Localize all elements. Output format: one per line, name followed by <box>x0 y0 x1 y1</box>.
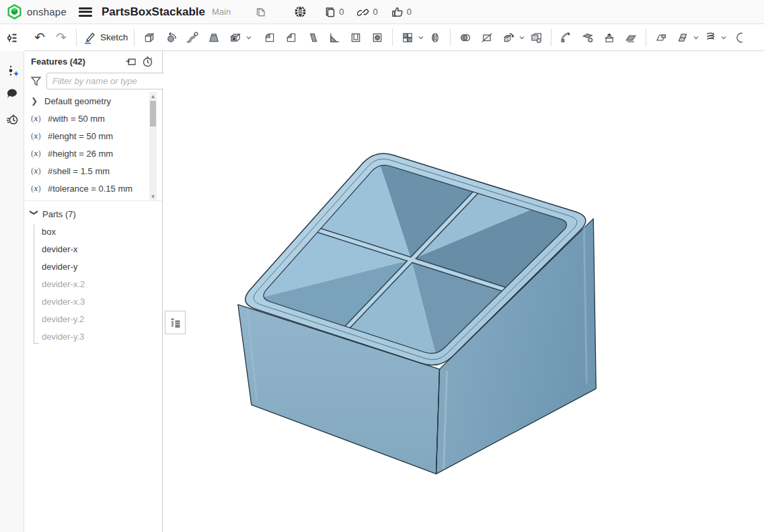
feature-item-variable-lenght[interactable]: (x) #lenght = 50 mm <box>24 127 162 145</box>
menu-icon[interactable] <box>79 7 92 17</box>
scroll-down-arrow[interactable]: ▼ <box>149 192 157 200</box>
feature-tree-scrollbar[interactable]: ▲ ▼ <box>149 92 157 200</box>
part-item-devider-y3[interactable]: devider-y.3 <box>24 328 162 345</box>
model-3d[interactable] <box>163 51 764 532</box>
move-face-icon[interactable] <box>558 28 575 48</box>
feature-item-variable-with[interactable]: (x) #with = 50 mm <box>24 110 162 127</box>
variable-icon: (x) <box>31 149 44 159</box>
feature-item-variable-shell[interactable]: (x) #shell = 1.5 mm <box>24 162 162 180</box>
transform-dropdown-chevron[interactable] <box>518 34 527 42</box>
chevron-right-icon[interactable]: ❯ <box>31 96 40 106</box>
feature-toolbar: ↶ ↷ Sketch <box>24 24 764 51</box>
left-rail <box>0 24 24 532</box>
replace-face-icon[interactable] <box>601 28 618 48</box>
draft-icon[interactable] <box>304 28 321 48</box>
rib-icon[interactable] <box>326 28 343 48</box>
new-folder-icon[interactable] <box>123 54 139 69</box>
linear-pattern-icon[interactable] <box>399 28 416 48</box>
share-globe-icon[interactable] <box>294 5 307 18</box>
feature-item-variable-tolerance[interactable]: (x) #tolerance = 0.15 mm <box>24 180 162 197</box>
likes-count: 0 <box>407 7 412 17</box>
pencil-icon <box>83 31 96 44</box>
shell-icon[interactable] <box>347 28 365 48</box>
onshape-brand[interactable]: onshape <box>7 4 67 20</box>
chevron-down-icon[interactable]: ❯ <box>30 209 39 219</box>
surface-dropdown-chevron[interactable] <box>692 34 701 42</box>
document-title: PartsBoxStackable <box>102 5 205 19</box>
copies-count: 0 <box>339 7 344 17</box>
part-item-devider-y2[interactable]: devider-y.2 <box>24 310 162 328</box>
part-item-box[interactable]: box <box>24 223 162 240</box>
part-item-devider-y[interactable]: devider-y <box>24 258 162 275</box>
onshape-logo-icon <box>7 4 22 20</box>
rollback-timer-icon[interactable] <box>139 54 155 69</box>
variable-icon: (x) <box>31 114 44 124</box>
loft-icon[interactable] <box>205 28 223 48</box>
revolve-icon[interactable] <box>162 28 180 48</box>
versions-icon[interactable] <box>0 59 24 82</box>
filter-icon[interactable] <box>30 75 42 87</box>
feature-list-toggle[interactable] <box>0 24 24 51</box>
undo-button[interactable]: ↶ <box>31 28 48 48</box>
copy-document-icon[interactable] <box>255 6 267 18</box>
variable-icon: (x) <box>31 131 44 141</box>
extrude-icon[interactable] <box>141 28 158 48</box>
top-bar: onshape PartsBoxStackable Main 0 <box>0 0 764 24</box>
sphere-icon[interactable] <box>729 28 747 48</box>
parts-header[interactable]: ❯ Parts (7) <box>24 205 162 223</box>
features-panel-title: Features (42) <box>31 56 123 67</box>
parts-section: ❯ Parts (7) box devider-x devider-y devi… <box>24 205 162 345</box>
variable-icon: (x) <box>31 184 44 194</box>
fillet-icon[interactable] <box>261 28 278 48</box>
part-item-devider-x2[interactable]: devider-x.2 <box>24 275 162 293</box>
sketch-button[interactable]: Sketch <box>83 28 128 48</box>
delete-part-icon[interactable] <box>527 28 545 48</box>
copies-icon[interactable] <box>324 6 336 18</box>
split-icon[interactable] <box>478 28 496 48</box>
helix-icon[interactable] <box>701 28 719 48</box>
comments-icon[interactable] <box>0 82 24 105</box>
delete-face-icon[interactable] <box>579 28 597 48</box>
boolean-icon[interactable] <box>457 28 474 48</box>
like-icon[interactable] <box>391 5 404 18</box>
features-panel: Features (42) ❯ Default geometry (x) #wi… <box>24 51 163 532</box>
tree-guide-line <box>34 224 34 344</box>
variable-icon: (x) <box>31 166 44 176</box>
transform-icon[interactable] <box>500 28 517 48</box>
links-count: 0 <box>373 7 377 17</box>
scroll-up-arrow[interactable]: ▲ <box>149 92 157 100</box>
feature-item-variable-height[interactable]: (x) #height = 26 mm <box>24 145 162 162</box>
feature-tree: ❯ Default geometry (x) #with = 50 mm (x)… <box>24 92 162 201</box>
history-icon[interactable] <box>0 108 24 130</box>
part-item-devider-x[interactable]: devider-x <box>24 240 162 258</box>
workspace-label[interactable]: Main <box>212 7 231 17</box>
scrollbar-thumb[interactable] <box>150 101 156 126</box>
helix-dropdown-chevron[interactable] <box>720 34 729 42</box>
link-icon[interactable] <box>357 5 370 18</box>
mirror-icon[interactable] <box>426 28 444 48</box>
feature-item-default-geometry[interactable]: ❯ Default geometry <box>24 92 162 110</box>
part-item-devider-x3[interactable]: devider-x.3 <box>24 293 162 310</box>
offset-surface-icon[interactable] <box>622 28 640 48</box>
graphics-viewport[interactable] <box>163 51 764 532</box>
redo-button[interactable]: ↷ <box>52 28 70 48</box>
hole-icon[interactable] <box>369 28 386 48</box>
plane-icon[interactable] <box>652 28 670 48</box>
chamfer-icon[interactable] <box>282 28 300 48</box>
surface-icon[interactable] <box>674 28 691 48</box>
pattern-dropdown-chevron[interactable] <box>417 34 426 42</box>
thicken-icon[interactable] <box>227 28 244 48</box>
feature-filter-input[interactable] <box>46 73 177 89</box>
brand-wordmark: onshape <box>27 6 67 17</box>
boss-dropdown-chevron[interactable] <box>245 34 254 42</box>
sweep-icon[interactable] <box>184 28 201 48</box>
